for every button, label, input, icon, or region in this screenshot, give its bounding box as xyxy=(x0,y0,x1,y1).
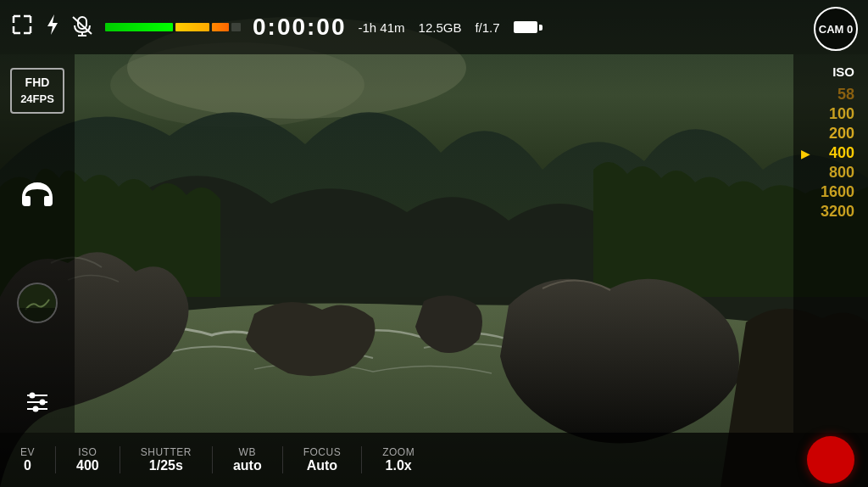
zoom-control[interactable]: ZOOM 1.0x xyxy=(362,446,435,473)
zoom-value: 1.0x xyxy=(386,458,412,473)
shutter-label: shutter xyxy=(141,446,192,458)
bottom-controls: EV 0 ISO 400 shutter 1/25s WB auto FOCUS… xyxy=(14,446,807,473)
svg-point-21 xyxy=(30,392,36,398)
record-button[interactable] xyxy=(807,436,854,484)
battery-icon xyxy=(514,21,542,33)
svg-rect-17 xyxy=(19,308,56,322)
iso-value-1600: 1600 xyxy=(814,183,854,201)
grid-icon[interactable] xyxy=(10,13,34,42)
timecode: 0:00:00 xyxy=(253,14,347,41)
audio-bar-orange xyxy=(212,23,229,31)
format-value: FHD xyxy=(20,75,54,92)
headphone-icon[interactable] xyxy=(19,179,56,217)
audio-bar-empty xyxy=(231,23,241,31)
recording-info: -1h 41m 12.5GB f/1.7 xyxy=(359,20,542,35)
ev-label: EV xyxy=(20,446,35,458)
svg-point-23 xyxy=(33,406,39,411)
iso-item-58[interactable]: 58 xyxy=(807,86,854,104)
wb-label: WB xyxy=(239,446,256,458)
iso-item-800[interactable]: 800 xyxy=(807,164,854,182)
wb-value: auto xyxy=(233,458,262,473)
right-iso-sidebar: ISO 58 100 200 ▶ 400 800 1600 3200 xyxy=(793,54,868,433)
remaining-time: -1h 41m xyxy=(359,20,405,35)
svg-marker-11 xyxy=(47,14,58,35)
iso-arrow: ▶ xyxy=(801,147,810,160)
viewfinder xyxy=(0,0,868,487)
iso-bottom-value: 400 xyxy=(76,458,99,473)
sliders-icon[interactable] xyxy=(24,389,51,419)
iso-label: ISO xyxy=(832,64,854,79)
iso-item-100[interactable]: 100 xyxy=(807,105,854,123)
top-left-icons xyxy=(10,13,93,42)
ev-control[interactable]: EV 0 xyxy=(14,446,56,473)
thumbnail-preview[interactable] xyxy=(17,283,58,323)
shutter-value: 1/25s xyxy=(149,458,183,473)
audio-level-bar xyxy=(105,21,241,33)
top-bar: 0:00:00 -1h 41m 12.5GB f/1.7 CAM 0 xyxy=(0,0,868,54)
iso-value-400: 400 xyxy=(814,144,854,162)
mic-off-icon[interactable] xyxy=(71,14,93,42)
wb-control[interactable]: WB auto xyxy=(213,446,283,473)
audio-bar-yellow xyxy=(175,23,209,31)
audio-bar-green xyxy=(105,23,173,31)
iso-bottom-label: ISO xyxy=(78,446,97,458)
focus-control[interactable]: FOCUS Auto xyxy=(283,446,363,473)
aperture-display: f/1.7 xyxy=(475,20,499,35)
ev-value: 0 xyxy=(24,458,31,473)
zoom-label: ZOOM xyxy=(382,446,415,458)
focus-value: Auto xyxy=(307,458,337,473)
iso-value-200: 200 xyxy=(814,125,854,143)
iso-value-3200: 3200 xyxy=(814,203,854,221)
iso-item-400[interactable]: ▶ 400 xyxy=(807,144,854,162)
left-sidebar: FHD 24FPS xyxy=(0,54,75,433)
bottom-bar: EV 0 ISO 400 shutter 1/25s WB auto FOCUS… xyxy=(0,433,868,487)
storage-display: 12.5GB xyxy=(419,20,462,35)
iso-item-200[interactable]: 200 xyxy=(807,125,854,143)
iso-value-800: 800 xyxy=(814,164,854,182)
fps-value: 24FPS xyxy=(20,92,54,107)
iso-value-100: 100 xyxy=(814,105,854,123)
iso-value-58: 58 xyxy=(814,86,854,104)
format-box[interactable]: FHD 24FPS xyxy=(10,68,64,114)
iso-item-1600[interactable]: 1600 xyxy=(807,183,854,201)
iso-control[interactable]: ISO 400 xyxy=(56,446,120,473)
flash-icon[interactable] xyxy=(42,13,63,42)
focus-label: FOCUS xyxy=(303,446,342,458)
iso-item-3200[interactable]: 3200 xyxy=(807,203,854,221)
svg-point-22 xyxy=(40,399,46,405)
shutter-control[interactable]: shutter 1/25s xyxy=(120,446,213,473)
iso-list: 58 100 200 ▶ 400 800 1600 3200 xyxy=(807,86,854,221)
cam-badge[interactable]: CAM 0 xyxy=(814,7,858,51)
